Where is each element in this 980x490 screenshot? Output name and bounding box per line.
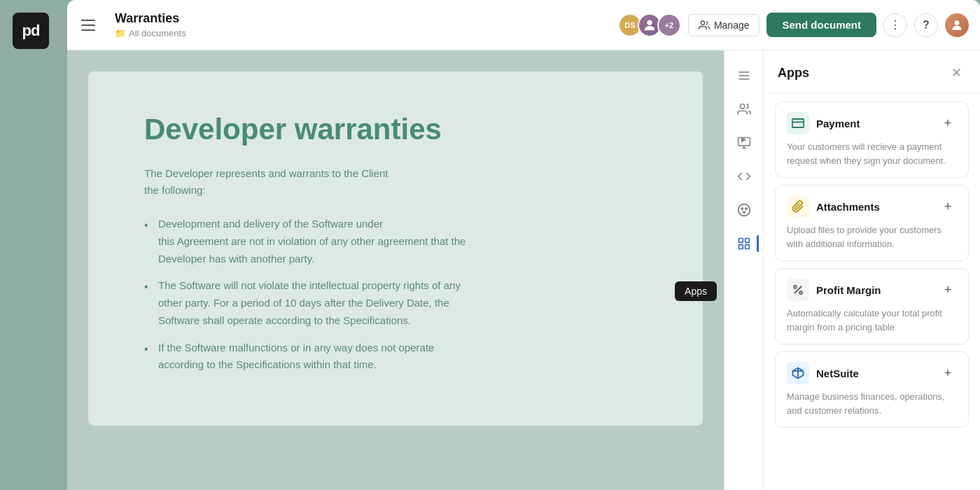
sidebar-apps-icon[interactable] [730,230,758,258]
attachments-add-button[interactable]: + [939,197,957,216]
netsuite-app-name: NetSuite [816,368,859,379]
svg-rect-15 [745,239,749,243]
list-item: If the Software malfunctions or in any w… [144,340,654,374]
manage-button[interactable]: Manage [688,14,760,36]
right-sidebar [724,50,763,490]
document-intro: The Developer represents and warrants to… [144,165,654,199]
document-list: Development and delivery of the Software… [144,216,654,374]
svg-point-12 [745,208,747,210]
document-area: Developer warranties The Developer repre… [67,50,724,490]
profit-margin-app-name: Profit Margin [816,284,881,296]
send-document-button[interactable]: Send document [766,13,876,37]
sidebar-embed-icon[interactable] [730,162,758,190]
header-actions: DS +2 Manage Send document ⋮ ? [618,13,969,37]
header-title-area: Warranties 📁 All documents [115,11,618,38]
svg-rect-16 [738,245,743,249]
svg-point-1 [701,21,704,24]
sidebar-menu-icon[interactable] [730,62,758,90]
apps-panel-title: Apps [778,66,809,80]
avatar-count[interactable]: +2 [657,13,681,37]
apps-panel-header: Apps ✕ [764,50,980,93]
app-card-netsuite[interactable]: NetSuite + Manage business finances, ope… [775,351,969,428]
svg-point-2 [955,20,960,25]
document-page: Developer warranties The Developer repre… [88,71,703,426]
more-options-button[interactable]: ⋮ [883,13,907,37]
app-logo[interactable]: pd [13,13,49,49]
manage-label: Manage [714,20,750,31]
svg-rect-18 [792,119,804,127]
payment-app-name: Payment [816,118,860,130]
payment-add-button[interactable]: + [939,114,957,132]
netsuite-add-button[interactable]: + [939,364,957,382]
app-card-payment[interactable]: Payment + Your customers will recieve a … [775,102,969,178]
profit-margin-add-button[interactable]: + [939,281,957,299]
svg-point-13 [743,211,745,214]
breadcrumb: 📁 All documents [115,28,618,38]
document-title: Warranties [115,11,618,27]
document-heading: Developer warranties [144,113,654,146]
logo-area: pd [0,0,67,490]
profit-margin-app-icon [787,279,809,301]
svg-point-11 [741,208,743,210]
svg-rect-17 [745,245,749,249]
netsuite-app-desc: Manage business finances, operations, an… [787,390,957,417]
netsuite-app-icon [787,362,809,384]
list-item: The Software will not violate the intell… [144,277,654,329]
header: Warranties 📁 All documents DS +2 Manage [67,0,980,50]
hamburger-menu-button[interactable] [81,14,104,36]
svg-point-0 [647,20,652,24]
apps-panel-close-button[interactable]: ✕ [946,63,966,83]
apps-tooltip: Apps [675,281,717,301]
avatar-group: DS +2 [618,13,681,37]
folder-icon: 📁 [115,28,126,38]
sidebar-recipients-icon[interactable] [730,95,758,123]
app-card-attachments[interactable]: Attachments + Upload files to provide yo… [775,185,969,261]
apps-panel: Apps ✕ Payment + Your custo [763,50,980,490]
svg-point-6 [740,104,745,109]
main-wrapper: Warranties 📁 All documents DS +2 Manage [67,0,980,490]
help-button[interactable]: ? [914,13,938,37]
payment-app-icon [787,112,809,134]
profit-margin-app-desc: Automatically calculate your total profi… [787,307,957,334]
svg-point-22 [799,291,802,294]
svg-line-20 [794,286,802,294]
apps-list: Payment + Your customers will recieve a … [764,93,980,490]
user-avatar[interactable] [945,13,969,37]
app-card-profit-margin[interactable]: Profit Margin + Automatically calculate … [775,268,969,344]
svg-rect-14 [738,239,743,243]
attachments-app-name: Attachments [816,201,880,213]
sidebar-theme-icon[interactable] [730,196,758,224]
attachments-app-desc: Upload files to provide your customers w… [787,223,957,251]
attachments-app-icon [787,195,809,218]
sidebar-media-icon[interactable] [730,129,758,157]
body-area: Developer warranties The Developer repre… [67,50,980,490]
svg-point-21 [794,286,797,288]
list-item: Development and delivery of the Software… [144,216,654,267]
payment-app-desc: Your customers will recieve a payment re… [787,140,957,167]
